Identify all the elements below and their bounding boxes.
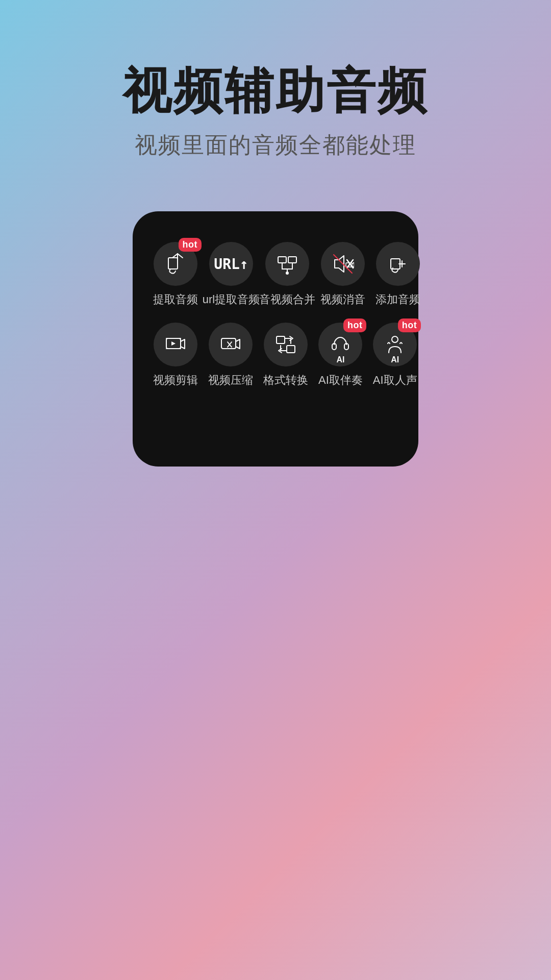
ai-music-circle: hot AI bbox=[318, 323, 362, 366]
hot-badge-extract: hot bbox=[179, 238, 202, 252]
extract-audio-label: 提取音频 bbox=[153, 292, 198, 307]
grid-row-1: hot 提取音频 URL↑ url提取音频 bbox=[153, 242, 398, 307]
format-convert-label: 格式转换 bbox=[263, 373, 308, 388]
url-extract-circle: URL↑ bbox=[209, 242, 253, 286]
video-edit-item[interactable]: 视频剪辑 bbox=[153, 323, 198, 388]
svg-line-24 bbox=[230, 345, 232, 347]
video-compress-circle bbox=[209, 323, 253, 366]
header-section: 视频辅助音频 视频里面的音频全都能处理 bbox=[0, 0, 551, 201]
mute-video-circle bbox=[321, 242, 365, 286]
phone-container: hot 提取音频 URL↑ url提取音频 bbox=[133, 211, 418, 467]
merge-av-icon bbox=[276, 253, 298, 275]
add-audio-item[interactable]: 添加音频 bbox=[375, 242, 420, 307]
svg-marker-19 bbox=[171, 341, 176, 346]
url-icon: URL↑ bbox=[214, 256, 248, 273]
svg-rect-26 bbox=[287, 346, 295, 353]
extract-audio-circle: hot bbox=[154, 242, 197, 286]
add-audio-label: 添加音频 bbox=[375, 292, 420, 307]
merge-av-item[interactable]: 音视频合并 bbox=[264, 242, 310, 307]
ai-vocal-circle: hot AI bbox=[373, 323, 417, 366]
ai-music-ai-label: AI bbox=[336, 355, 344, 364]
ai-music-label: AI取伴奏 bbox=[318, 373, 363, 388]
mute-video-icon bbox=[332, 253, 354, 275]
video-compress-icon bbox=[219, 333, 242, 356]
sub-title: 视频里面的音频全都能处理 bbox=[135, 130, 416, 160]
video-edit-icon bbox=[164, 333, 187, 356]
ai-vocal-item[interactable]: hot AI AI取人声 bbox=[373, 323, 417, 388]
ai-music-icon bbox=[329, 333, 352, 356]
extract-audio-item[interactable]: hot 提取音频 bbox=[153, 242, 198, 307]
video-edit-label: 视频剪辑 bbox=[153, 373, 198, 388]
video-edit-circle bbox=[154, 323, 197, 366]
format-convert-icon bbox=[274, 333, 297, 356]
format-convert-circle bbox=[264, 323, 308, 366]
url-extract-label: url提取音频 bbox=[203, 292, 260, 307]
add-audio-icon bbox=[387, 253, 409, 275]
svg-rect-2 bbox=[278, 257, 286, 263]
hot-badge-ai-music: hot bbox=[343, 318, 366, 332]
ai-vocal-ai-label: AI bbox=[391, 355, 399, 364]
ai-vocal-label: AI取人声 bbox=[373, 373, 417, 388]
svg-point-8 bbox=[286, 272, 288, 274]
hot-badge-ai-vocal: hot bbox=[398, 318, 421, 332]
merge-av-circle bbox=[265, 242, 309, 286]
svg-rect-25 bbox=[277, 336, 285, 344]
video-compress-label: 视频压缩 bbox=[208, 373, 253, 388]
video-compress-item[interactable]: 视频压缩 bbox=[208, 323, 253, 388]
merge-av-label: 音视频合并 bbox=[259, 292, 315, 307]
main-title: 视频辅助音频 bbox=[122, 61, 429, 120]
svg-rect-3 bbox=[288, 257, 296, 263]
svg-point-29 bbox=[392, 336, 398, 342]
add-audio-circle bbox=[376, 242, 420, 286]
ai-music-item[interactable]: hot AI AI取伴奏 bbox=[318, 323, 363, 388]
mute-video-item[interactable]: 视频消音 bbox=[320, 242, 365, 307]
svg-rect-0 bbox=[168, 258, 178, 269]
url-extract-item[interactable]: URL↑ url提取音频 bbox=[208, 242, 254, 307]
ai-vocal-icon bbox=[384, 333, 406, 356]
extract-audio-icon bbox=[164, 253, 187, 275]
grid-row-2: 视频剪辑 视频压缩 bbox=[153, 323, 398, 388]
mute-video-label: 视频消音 bbox=[320, 292, 365, 307]
format-convert-item[interactable]: 格式转换 bbox=[263, 323, 308, 388]
